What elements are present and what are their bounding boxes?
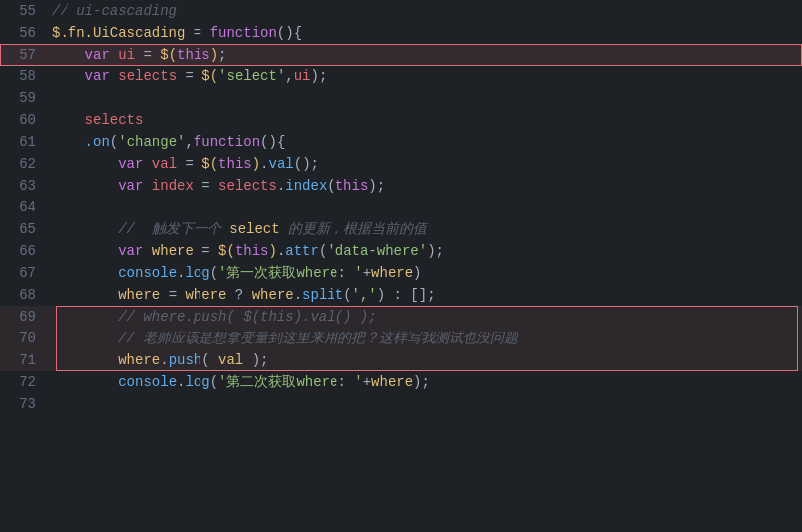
code-line: 69 // where.push( $(this).val() ); <box>0 306 802 328</box>
code-line: 55// ui-cascading <box>0 0 802 22</box>
line-number: 62 <box>0 153 48 175</box>
code-line: 57 var ui = $(this); <box>0 44 802 66</box>
code-line: 65 // 触发下一个 select 的更新，根据当前的值 <box>0 218 802 240</box>
line-number: 56 <box>0 22 48 44</box>
code-line: 66 var where = $(this).attr('data-where'… <box>0 240 802 262</box>
line-number: 71 <box>0 349 48 371</box>
line-content: var where = $(this).attr('data-where'); <box>48 240 802 262</box>
line-number: 58 <box>0 66 48 87</box>
line-content: // 触发下一个 select 的更新，根据当前的值 <box>48 218 802 240</box>
line-number: 70 <box>0 328 48 349</box>
line-number: 55 <box>0 0 48 22</box>
line-content: selects <box>48 109 802 131</box>
line-content: console.log('第二次获取where: '+where); <box>48 371 802 393</box>
line-number: 73 <box>0 393 48 415</box>
line-number: 59 <box>0 87 48 109</box>
code-line: 71 where.push( val ); <box>0 349 802 371</box>
line-number: 69 <box>0 306 48 328</box>
line-content: where = where ? where.split(',') : []; <box>48 284 802 306</box>
line-number: 68 <box>0 284 48 306</box>
line-content: // ui-cascading <box>48 0 802 22</box>
line-number: 60 <box>0 109 48 131</box>
code-line: 73 <box>0 393 802 415</box>
code-line: 59 <box>0 87 802 109</box>
redbox-group: 69 // where.push( $(this).val() );70 // … <box>0 306 802 371</box>
line-content: $.fn.UiCascading = function(){ <box>48 22 802 44</box>
code-line: 58 var selects = $('select',ui); <box>0 66 802 87</box>
line-content: .on('change',function(){ <box>48 131 802 153</box>
line-number: 66 <box>0 240 48 262</box>
line-number: 65 <box>0 218 48 240</box>
code-line: 68 where = where ? where.split(',') : []… <box>0 284 802 306</box>
line-content: var index = selects.index(this); <box>48 175 802 197</box>
code-line: 67 console.log('第一次获取where: '+where) <box>0 262 802 284</box>
line-number: 57 <box>0 44 48 66</box>
code-line: 61 .on('change',function(){ <box>0 131 802 153</box>
code-line: 60 selects <box>0 109 802 131</box>
line-number: 61 <box>0 131 48 153</box>
code-line: 72 console.log('第二次获取where: '+where); <box>0 371 802 393</box>
code-line: 63 var index = selects.index(this); <box>0 175 802 197</box>
line-number: 64 <box>0 197 48 218</box>
code-line: 70 // 老师应该是想拿变量到这里来用的把？这样写我测试也没问题 <box>0 328 802 349</box>
code-line: 62 var val = $(this).val(); <box>0 153 802 175</box>
code-editor: 55// ui-cascading56$.fn.UiCascading = fu… <box>0 0 802 532</box>
code-line: 64 <box>0 197 802 218</box>
code-line: 56$.fn.UiCascading = function(){ <box>0 22 802 44</box>
line-content: var selects = $('select',ui); <box>48 66 802 87</box>
line-content: console.log('第一次获取where: '+where) <box>48 262 802 284</box>
line-number: 72 <box>0 371 48 393</box>
line-number: 67 <box>0 262 48 284</box>
line-number: 63 <box>0 175 48 197</box>
line-content: var val = $(this).val(); <box>48 153 802 175</box>
line-content: var ui = $(this); <box>48 44 802 66</box>
line-content: // where.push( $(this).val() ); <box>48 306 802 328</box>
line-content: where.push( val ); <box>48 349 802 371</box>
line-content: // 老师应该是想拿变量到这里来用的把？这样写我测试也没问题 <box>48 328 802 349</box>
